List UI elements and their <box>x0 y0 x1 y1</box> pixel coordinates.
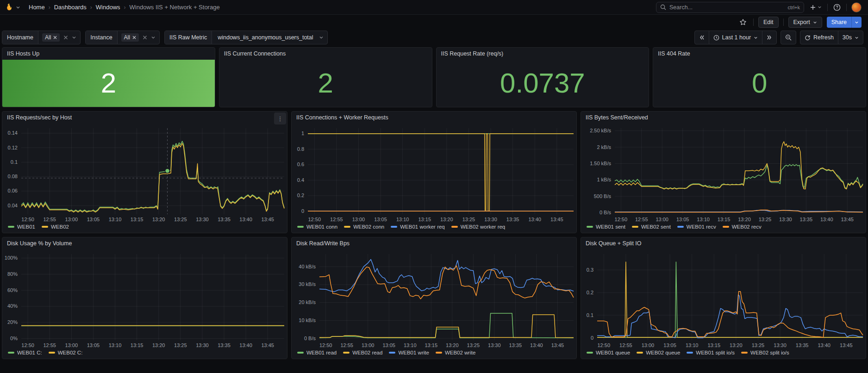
legend-item[interactable]: WEB01 split io/s <box>687 350 735 355</box>
remove-value-icon[interactable] <box>132 36 136 39</box>
legend-label: WEB01 sent <box>596 224 625 230</box>
variable-iis-raw-metric-label: IIS Raw Metric <box>165 31 212 44</box>
legend-label: WEB02 split io/s <box>750 350 789 355</box>
panel-header[interactable]: IIS Requests/sec by Host <box>2 112 287 124</box>
x-axis-tick-label: 13:35 <box>506 217 519 222</box>
breadcrumb-dashboards[interactable]: Dashboards <box>54 4 87 11</box>
refresh-interval-button[interactable]: 30s <box>838 31 863 44</box>
time-range-picker-button[interactable]: Last 1 hour <box>709 31 763 44</box>
refresh-button[interactable]: Refresh <box>800 31 838 44</box>
time-series-chart[interactable]: 0 B/s500 B/s1 kB/s1.50 kB/s2 kB/s2.50 kB… <box>581 124 866 223</box>
y-axis-tick-label: 40% <box>7 303 18 309</box>
breadcrumb-home[interactable]: Home <box>29 4 45 11</box>
panel-header[interactable]: IIS Current Connections <box>219 48 432 60</box>
x-axis-tick-label: 13:20 <box>152 342 165 348</box>
legend-item[interactable]: WEB01 conn <box>297 224 337 230</box>
panel-title: IIS Bytes Sent/Received <box>586 114 648 121</box>
legend-item[interactable]: WEB02 conn <box>344 224 384 230</box>
legend-item[interactable]: WEB02 write <box>436 350 475 355</box>
clear-all-icon[interactable] <box>143 35 147 40</box>
panel-header[interactable]: IIS Hosts Up <box>2 48 215 60</box>
edit-button[interactable]: Edit <box>758 17 779 28</box>
selected-value-chip[interactable]: All <box>42 33 60 42</box>
legend-item[interactable]: WEB01 recv <box>677 224 716 230</box>
series-line-web02-write <box>319 266 574 299</box>
variable-instance-select[interactable]: All <box>118 31 159 44</box>
x-axis-tick-label: 13:25 <box>174 217 187 222</box>
legend-item[interactable]: WEB02 read <box>343 350 382 355</box>
remove-value-icon[interactable] <box>53 36 57 39</box>
legend-item[interactable]: WEB02 sent <box>632 224 671 230</box>
legend-label: WEB02 queue <box>646 350 680 355</box>
x-axis-tick-label: 13:40 <box>528 217 541 222</box>
legend-item[interactable]: WEB01 sent <box>587 224 625 230</box>
new-item-button[interactable] <box>809 3 823 12</box>
clock-icon <box>713 35 719 41</box>
x-axis-tick-label: 12:55 <box>635 217 648 222</box>
x-axis-tick-label: 13:10 <box>697 217 710 222</box>
x-axis-tick-label: 13:30 <box>488 342 501 348</box>
x-axis-tick-label: 13:00 <box>642 342 655 348</box>
share-button[interactable]: Share <box>827 17 851 28</box>
x-axis-tick-label: 13:45 <box>840 342 853 348</box>
panel-header[interactable]: Disk Usage % by Volume <box>2 237 287 249</box>
x-axis-tick-label: 12:55 <box>43 217 56 222</box>
breadcrumb-folder[interactable]: Windows <box>96 4 120 11</box>
panel-header[interactable]: IIS Connections + Worker Requests <box>292 112 576 124</box>
search-input-wrap[interactable]: ctrl+k <box>656 2 804 13</box>
legend-label: WEB01 worker req <box>400 224 445 230</box>
time-series-chart[interactable]: 0 B/s10 kB/s20 kB/s30 kB/s40 kB/s12:5012… <box>292 249 576 348</box>
zoom-out-time-button[interactable] <box>781 31 796 44</box>
legend-item[interactable]: WEB01 C: <box>8 350 42 355</box>
legend-item[interactable]: WEB02 worker req <box>451 224 506 230</box>
clear-all-icon[interactable] <box>63 35 68 40</box>
time-series-chart[interactable]: 00.20.40.60.8112:5012:5513:0013:0513:101… <box>292 124 576 223</box>
variable-iis-raw-metric-select[interactable]: windows_iis_anonymous_users_total <box>212 31 327 44</box>
search-icon <box>660 4 666 10</box>
export-button[interactable]: Export <box>788 17 822 28</box>
legend-item[interactable]: WEB01 read <box>297 350 337 355</box>
legend-swatch <box>391 226 397 228</box>
panel-header[interactable]: IIS Request Rate (req/s) <box>437 48 649 60</box>
share-menu-button[interactable] <box>851 17 862 28</box>
x-axis-tick-label: 13:35 <box>796 342 809 348</box>
legend-item[interactable]: WEB02 split io/s <box>741 350 789 355</box>
user-avatar[interactable] <box>851 2 862 12</box>
legend-item[interactable]: WEB02 recv <box>723 224 762 230</box>
chart-legend: WEB01 queueWEB02 queueWEB01 split io/sWE… <box>581 348 866 359</box>
panel-header[interactable]: Disk Read/Write Bps <box>292 237 576 249</box>
variable-hostname-select[interactable]: All <box>38 31 80 44</box>
star-dashboard-button[interactable] <box>737 17 749 28</box>
y-axis-tick-label: 0 B/s <box>599 210 612 215</box>
legend-swatch <box>343 352 350 354</box>
legend-item[interactable]: WEB02 queue <box>637 350 680 355</box>
legend-item[interactable]: WEB01 <box>8 224 35 230</box>
selected-value-chip[interactable]: All <box>121 33 139 42</box>
help-button[interactable] <box>832 3 842 12</box>
x-axis-tick-label: 13:20 <box>730 342 743 348</box>
time-series-chart[interactable]: 0%20%40%60%80%100%12:5012:5513:0013:0513… <box>2 249 287 348</box>
time-shift-forward-button[interactable] <box>762 31 776 44</box>
panel-title: IIS Connections + Worker Requests <box>296 114 388 121</box>
legend-label: WEB02 <box>51 224 69 230</box>
x-axis-tick-label: 13:25 <box>752 342 765 348</box>
x-axis-tick-label: 13:30 <box>196 217 209 222</box>
legend-item[interactable]: WEB01 queue <box>587 350 630 355</box>
panel-header[interactable]: IIS Bytes Sent/Received <box>581 112 866 124</box>
legend-item[interactable]: WEB01 write <box>389 350 429 355</box>
panel-menu-button[interactable]: ⋮ <box>274 112 286 124</box>
time-shift-back-button[interactable] <box>695 31 709 44</box>
x-axis-tick-label: 13:40 <box>818 342 831 348</box>
time-series-chart[interactable]: 0.040.060.080.10.120.1412:5012:5513:0013… <box>2 124 287 223</box>
time-series-chart[interactable]: 00.10.20.312:5012:5513:0013:0513:1013:15… <box>581 249 866 348</box>
legend-item[interactable]: WEB02 <box>42 224 69 230</box>
legend-item[interactable]: WEB02 C: <box>49 350 83 355</box>
legend-item[interactable]: WEB01 worker req <box>391 224 445 230</box>
panel-header[interactable]: IIS 404 Rate <box>653 48 866 60</box>
panel-header[interactable]: Disk Queue + Split IO <box>581 237 866 249</box>
y-axis-tick-label: 30 kB/s <box>299 281 316 287</box>
grafana-logo-menu[interactable] <box>5 3 20 12</box>
search-input[interactable] <box>669 4 784 11</box>
breadcrumb-separator: › <box>124 4 126 11</box>
legend-label: WEB01 write <box>398 350 429 355</box>
